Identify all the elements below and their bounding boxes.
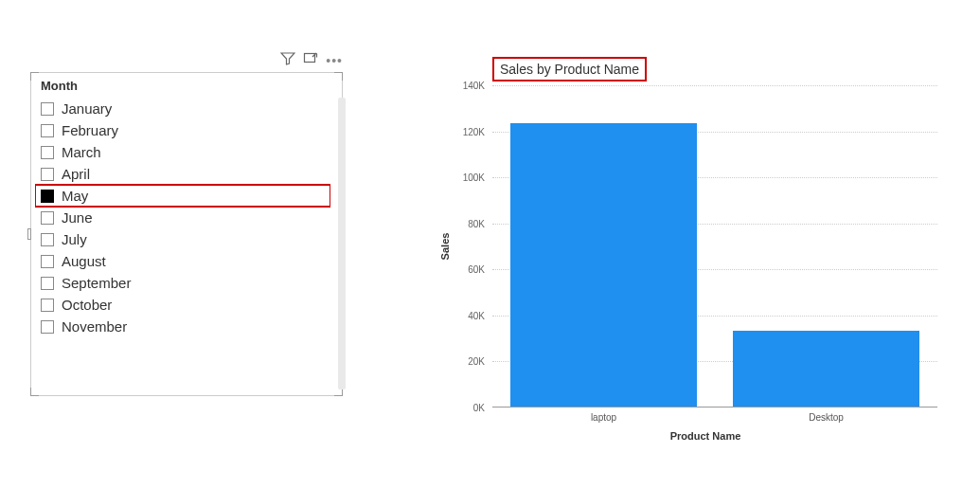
chart-bar[interactable] [510,123,697,407]
more-options-icon[interactable]: ••• [326,53,343,68]
focus-mode-icon[interactable] [303,51,318,70]
slicer-item-label: April [62,166,90,182]
slicer-item[interactable]: August [35,250,330,272]
slicer-item-label: July [62,231,87,247]
checkbox-icon[interactable] [41,102,54,116]
filter-icon[interactable] [280,51,295,70]
chart-plot: Sales 0K20K40K60K80K100K120K140K laptopD… [445,85,947,408]
chart-title-highlight: Sales by Product Name [492,57,647,82]
checkbox-icon[interactable] [41,320,54,334]
slicer-item-label: September [62,275,131,291]
checkbox-icon[interactable] [41,299,54,312]
sales-chart: Sales by Product Name Sales 0K20K40K60K8… [436,57,966,464]
y-tick-label: 0K [445,403,490,413]
x-axis-label: Product Name [492,430,918,442]
slicer-item[interactable]: November [35,316,330,337]
y-tick-label: 80K [445,218,490,228]
checkbox-icon[interactable] [41,211,54,225]
plot-area: laptopDesktop [492,85,937,408]
y-tick-label: 140K [445,81,490,91]
slicer-item-label: February [62,122,118,138]
resize-handle[interactable] [334,72,343,81]
checkbox-icon[interactable] [41,124,54,137]
y-tick-label: 40K [445,310,490,320]
slicer-item-label: March [62,144,101,160]
slicer-item-label: August [62,253,106,269]
y-tick-label: 120K [445,126,490,136]
y-tick-label: 100K [445,172,490,183]
x-tick-label: Desktop [809,407,844,423]
slicer-item[interactable]: July [35,228,330,250]
checkbox-icon[interactable] [41,190,54,203]
slicer-item-label: October [62,297,112,313]
checkbox-icon[interactable] [41,168,54,181]
month-slicer[interactable]: Month JanuaryFebruaryMarchAprilMayJuneJu… [30,72,343,396]
slicer-item-label: January [62,100,112,117]
y-tick-label: 20K [445,356,490,367]
checkbox-icon[interactable] [41,255,54,268]
chart-bar[interactable] [733,331,919,407]
resize-handle[interactable] [27,228,31,240]
resize-handle[interactable] [30,72,39,81]
svg-rect-0 [305,54,315,63]
checkbox-icon[interactable] [41,146,54,159]
slicer-item-label: June [62,209,93,226]
slicer-item[interactable]: January [35,98,330,119]
x-tick-label: laptop [591,407,616,423]
chart-title: Sales by Product Name [500,62,639,77]
checkbox-icon[interactable] [41,233,54,246]
slicer-item[interactable]: June [35,207,330,228]
slicer-item-label: November [62,318,127,335]
checkbox-icon[interactable] [41,277,54,290]
slicer-header: Month [31,73,342,95]
slicer-item[interactable]: February [35,119,330,141]
gridline [492,85,937,86]
slicer-item-label: May [62,188,88,204]
y-tick-label: 60K [445,264,490,275]
visual-toolbar: ••• [30,49,343,72]
slicer-item[interactable]: March [35,141,330,163]
y-axis: 0K20K40K60K80K100K120K140K [445,85,490,408]
slicer-scrollbar[interactable] [338,98,346,389]
slicer-item[interactable]: May [35,185,330,207]
slicer-item[interactable]: September [35,272,330,294]
slicer-item[interactable]: October [35,294,330,316]
slicer-body: JanuaryFebruaryMarchAprilMayJuneJulyAugu… [35,98,330,391]
slicer-item[interactable]: April [35,163,330,185]
